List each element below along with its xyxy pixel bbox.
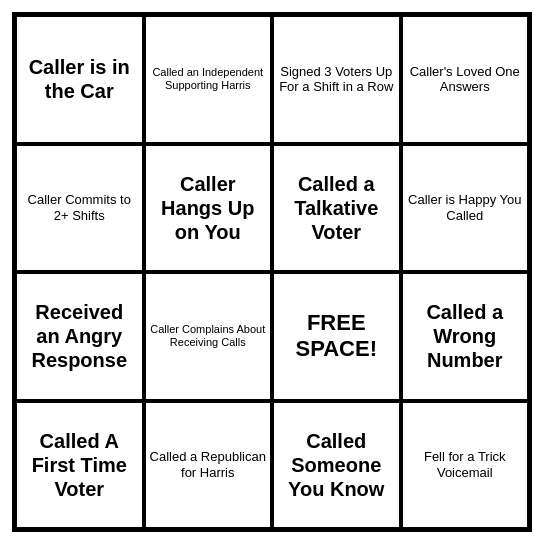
bingo-row-2: Received an Angry ResponseCaller Complai… xyxy=(15,272,529,401)
cell-text-3-2: Called Someone You Know xyxy=(278,429,395,501)
cell-text-1-3: Caller is Happy You Called xyxy=(407,192,524,223)
bingo-cell-3-0: Called A First Time Voter xyxy=(15,401,144,530)
bingo-cell-3-2: Called Someone You Know xyxy=(272,401,401,530)
bingo-row-0: Caller is in the CarCalled an Independen… xyxy=(15,15,529,144)
cell-text-1-1: Caller Hangs Up on You xyxy=(150,172,267,244)
cell-text-2-2: FREE SPACE! xyxy=(278,310,395,363)
cell-text-1-0: Caller Commits to 2+ Shifts xyxy=(21,192,138,223)
bingo-cell-3-3: Fell for a Trick Voicemail xyxy=(401,401,530,530)
bingo-row-1: Caller Commits to 2+ ShiftsCaller Hangs … xyxy=(15,144,529,273)
cell-text-1-2: Called a Talkative Voter xyxy=(278,172,395,244)
cell-text-2-0: Received an Angry Response xyxy=(21,300,138,372)
bingo-cell-2-1: Caller Complains About Receiving Calls xyxy=(144,272,273,401)
bingo-cell-1-1: Caller Hangs Up on You xyxy=(144,144,273,273)
bingo-cell-0-1: Called an Independent Supporting Harris xyxy=(144,15,273,144)
bingo-cell-0-3: Caller's Loved One Answers xyxy=(401,15,530,144)
bingo-cell-2-0: Received an Angry Response xyxy=(15,272,144,401)
cell-text-0-3: Caller's Loved One Answers xyxy=(407,64,524,95)
bingo-cell-1-0: Caller Commits to 2+ Shifts xyxy=(15,144,144,273)
cell-text-0-0: Caller is in the Car xyxy=(21,55,138,103)
cell-text-0-1: Called an Independent Supporting Harris xyxy=(150,66,267,92)
cell-text-3-0: Called A First Time Voter xyxy=(21,429,138,501)
bingo-cell-1-2: Called a Talkative Voter xyxy=(272,144,401,273)
bingo-cell-1-3: Caller is Happy You Called xyxy=(401,144,530,273)
bingo-cell-3-1: Called a Republican for Harris xyxy=(144,401,273,530)
bingo-cell-2-2: FREE SPACE! xyxy=(272,272,401,401)
cell-text-0-2: Signed 3 Voters Up For a Shift in a Row xyxy=(278,64,395,95)
bingo-card: Caller is in the CarCalled an Independen… xyxy=(12,12,532,532)
cell-text-2-3: Called a Wrong Number xyxy=(407,300,524,372)
bingo-cell-0-0: Caller is in the Car xyxy=(15,15,144,144)
cell-text-3-3: Fell for a Trick Voicemail xyxy=(407,449,524,480)
cell-text-3-1: Called a Republican for Harris xyxy=(150,449,267,480)
bingo-row-3: Called A First Time VoterCalled a Republ… xyxy=(15,401,529,530)
bingo-cell-0-2: Signed 3 Voters Up For a Shift in a Row xyxy=(272,15,401,144)
cell-text-2-1: Caller Complains About Receiving Calls xyxy=(150,323,267,349)
bingo-cell-2-3: Called a Wrong Number xyxy=(401,272,530,401)
